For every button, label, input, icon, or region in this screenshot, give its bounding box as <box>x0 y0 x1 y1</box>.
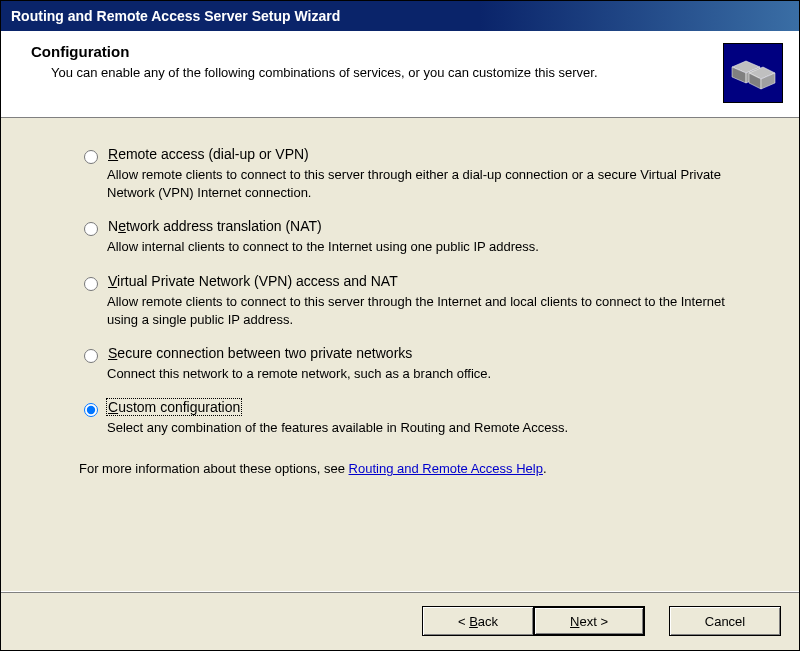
next-button[interactable]: Next > <box>533 606 645 636</box>
wizard-footer: < Back Next > Cancel <box>1 591 799 650</box>
option-remote-access[interactable]: Remote access (dial-up or VPN) Allow rem… <box>79 146 751 202</box>
option-custom[interactable]: Custom configuration Select any combinat… <box>79 399 751 437</box>
window-title: Routing and Remote Access Server Setup W… <box>11 8 340 24</box>
radio-nat[interactable] <box>84 222 98 236</box>
wizard-header: Configuration You can enable any of the … <box>1 31 799 118</box>
radio-remote-access[interactable] <box>84 150 98 164</box>
option-desc: Connect this network to a remote network… <box>107 365 751 383</box>
info-text: For more information about these options… <box>79 461 751 476</box>
option-label: Remote access (dial-up or VPN) <box>107 146 310 162</box>
option-vpn-nat[interactable]: Virtual Private Network (VPN) access and… <box>79 273 751 329</box>
option-label: Custom configuration <box>106 398 242 416</box>
option-nat[interactable]: Network address translation (NAT) Allow … <box>79 218 751 256</box>
titlebar: Routing and Remote Access Server Setup W… <box>1 1 799 31</box>
radio-custom[interactable] <box>84 403 98 417</box>
page-title: Configuration <box>31 43 711 60</box>
wizard-window: Routing and Remote Access Server Setup W… <box>0 0 800 651</box>
option-secure-connection[interactable]: Secure connection between two private ne… <box>79 345 751 383</box>
cancel-button[interactable]: Cancel <box>669 606 781 636</box>
page-subtitle: You can enable any of the following comb… <box>31 64 711 82</box>
option-label: Virtual Private Network (VPN) access and… <box>107 273 399 289</box>
option-desc: Allow remote clients to connect to this … <box>107 166 751 202</box>
option-desc: Select any combination of the features a… <box>107 419 751 437</box>
help-link[interactable]: Routing and Remote Access Help <box>349 461 543 476</box>
back-button[interactable]: < Back <box>422 606 534 636</box>
option-desc: Allow remote clients to connect to this … <box>107 293 751 329</box>
option-label: Secure connection between two private ne… <box>107 345 413 361</box>
option-desc: Allow internal clients to connect to the… <box>107 238 751 256</box>
wizard-body: Remote access (dial-up or VPN) Allow rem… <box>1 118 799 591</box>
radio-secure-connection[interactable] <box>84 349 98 363</box>
server-icon <box>723 43 783 103</box>
radio-vpn-nat[interactable] <box>84 277 98 291</box>
option-label: Network address translation (NAT) <box>107 218 323 234</box>
